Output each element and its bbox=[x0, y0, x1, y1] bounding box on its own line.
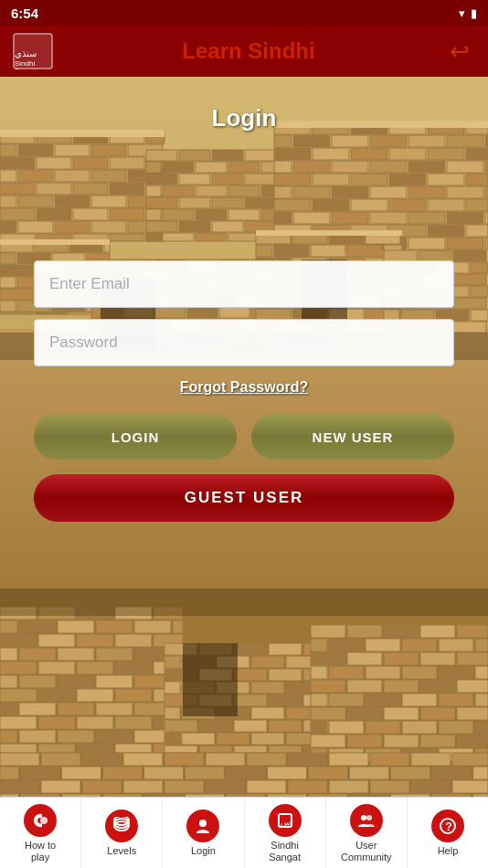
help-label: Help bbox=[438, 845, 459, 857]
nav-item-login[interactable]: Login bbox=[163, 798, 244, 868]
svg-text:سنڌي: سنڌي bbox=[15, 48, 37, 58]
login-form: Forgot Password? LOGIN NEW USER GUEST US… bbox=[34, 260, 454, 522]
header-title: Learn Sindhi bbox=[55, 38, 442, 64]
new-user-button[interactable]: NEW USER bbox=[251, 414, 454, 460]
nav-item-user-community[interactable]: UserCommunity bbox=[326, 798, 408, 868]
svg-point-5 bbox=[40, 817, 48, 824]
status-time: 6:54 bbox=[11, 5, 38, 21]
levels-label: Levels bbox=[107, 845, 136, 857]
status-icons: ▾ ▮ bbox=[459, 6, 477, 20]
nav-item-levels[interactable]: Levels bbox=[81, 798, 163, 868]
svg-point-13 bbox=[366, 815, 372, 820]
nav-item-sindhi-sangat[interactable]: س SindhiSangat bbox=[245, 798, 326, 868]
guest-user-button[interactable]: GUEST USER bbox=[34, 474, 454, 522]
svg-text:?: ? bbox=[445, 820, 452, 833]
forgot-password-link[interactable]: Forgot Password? bbox=[180, 379, 308, 396]
battery-icon: ▮ bbox=[471, 6, 477, 20]
svg-point-12 bbox=[361, 815, 366, 820]
nav-item-how-to-play[interactable]: How toplay bbox=[0, 798, 81, 868]
login-title: Login bbox=[212, 104, 277, 132]
svg-text:س: س bbox=[281, 818, 291, 828]
bottom-nav: How toplay Levels Login س SindhiS bbox=[0, 797, 488, 868]
svg-point-9 bbox=[199, 820, 207, 827]
nav-item-help[interactable]: ? Help bbox=[408, 798, 488, 868]
sindhi-sangat-label: SindhiSangat bbox=[269, 840, 301, 863]
login-nav-icon bbox=[186, 810, 219, 842]
background-area: Login Forgot Password? LOGIN NEW USER GU… bbox=[0, 77, 488, 797]
buttons-row: LOGIN NEW USER bbox=[34, 414, 454, 460]
svg-text:Sindhi: Sindhi bbox=[15, 59, 35, 68]
header: سنڌي Sindhi Sangat Learn Sindhi ↩ bbox=[0, 26, 488, 77]
user-community-icon bbox=[350, 804, 383, 837]
login-button[interactable]: LOGIN bbox=[34, 414, 237, 460]
wifi-icon: ▾ bbox=[459, 6, 465, 20]
back-button[interactable]: ↩ bbox=[442, 34, 477, 69]
login-label: Login bbox=[191, 845, 216, 857]
levels-icon bbox=[105, 810, 138, 842]
email-input[interactable] bbox=[34, 260, 454, 308]
user-community-label: UserCommunity bbox=[341, 840, 392, 863]
how-to-play-icon bbox=[24, 804, 57, 837]
logo: سنڌي Sindhi Sangat bbox=[11, 32, 55, 70]
password-input[interactable] bbox=[34, 319, 454, 366]
status-bar: 6:54 ▾ ▮ bbox=[0, 0, 488, 26]
how-to-play-label: How toplay bbox=[25, 840, 56, 863]
back-arrow-icon: ↩ bbox=[450, 37, 470, 66]
login-overlay: Login Forgot Password? LOGIN NEW USER GU… bbox=[0, 77, 488, 797]
sindhi-sangat-icon: س bbox=[269, 804, 302, 837]
help-icon: ? bbox=[431, 810, 464, 842]
